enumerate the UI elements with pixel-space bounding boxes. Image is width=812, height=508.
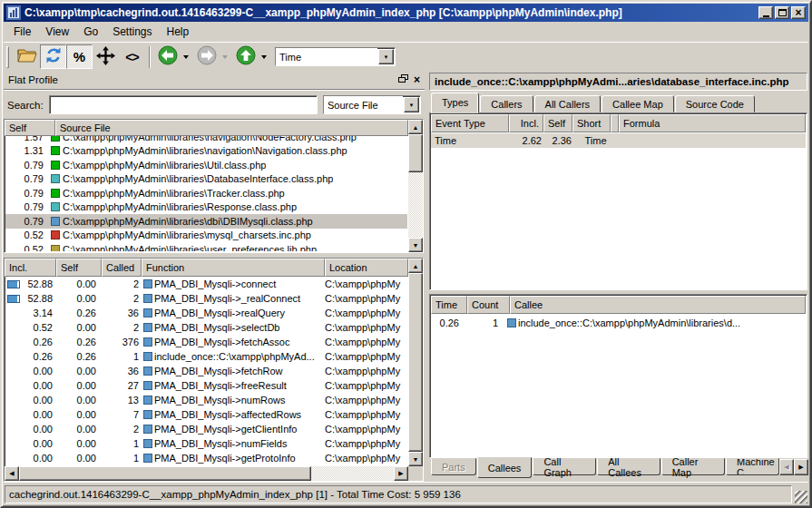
column-header-short[interactable]: Short	[572, 114, 611, 132]
scrollbar-thumb[interactable]	[408, 134, 423, 172]
tab-callers[interactable]: Callers	[480, 95, 533, 112]
scroll-right-button[interactable]: ▶	[394, 466, 408, 481]
file-row[interactable]: 0.79C:\xampp\phpMyAdmin\libraries\Util.c…	[5, 158, 407, 172]
column-header-formula[interactable]: Formula	[619, 114, 806, 132]
relative-percent-button[interactable]: %	[66, 44, 93, 69]
event-type-row[interactable]: Time 2.62 2.36 Time	[431, 133, 806, 148]
title-bar[interactable]: C:\xampp\tmp\cachegrind.out.1416463299-C…	[4, 4, 808, 22]
file-list-scrollbar[interactable]: ▲ ▼	[408, 120, 423, 252]
function-icon	[143, 294, 152, 303]
callee-row[interactable]: 0.26 1 include_once::C:\xampp\phpMyAdmin…	[430, 315, 807, 330]
tab-parts[interactable]: Parts	[431, 458, 476, 475]
forward-dropdown-button[interactable]	[220, 45, 230, 69]
scroll-up-button[interactable]: ▲	[408, 120, 423, 134]
function-table-vscrollbar[interactable]: ▲ ▼	[408, 259, 423, 466]
menu-help[interactable]: Help	[160, 24, 197, 40]
function-row[interactable]: 0.000.001PMA_DBI_Mysqli->getProtoInfoC:\…	[5, 451, 407, 465]
forward-button[interactable]	[193, 44, 220, 69]
column-header-event-type[interactable]: Event Type	[431, 114, 509, 132]
function-row[interactable]: 0.000.0036PMA_DBI_Mysqli->fetchRowC:\xam…	[5, 364, 407, 378]
column-header-self[interactable]: Self	[5, 120, 55, 136]
open-file-button[interactable]	[14, 44, 40, 69]
tab-machine-code[interactable]: Machine C	[726, 458, 779, 475]
file-row[interactable]: 0.79C:\xampp\phpMyAdmin\libraries\Respon…	[5, 200, 407, 215]
minimize-button[interactable]	[758, 6, 773, 19]
file-row-selected[interactable]: 0.79C:\xampp\phpMyAdmin\libraries\dbi\DB…	[5, 214, 407, 229]
function-icon	[143, 381, 152, 390]
combo-dropdown-button[interactable]: ▼	[404, 97, 419, 112]
function-icon	[143, 337, 152, 347]
function-row[interactable]: 0.000.0027PMA_DBI_Mysqli->freeResultC:\x…	[5, 378, 407, 393]
up-button[interactable]	[232, 44, 259, 69]
tab-caller-map[interactable]: Caller Map	[661, 458, 725, 475]
function-row[interactable]: 0.000.002PMA_DBI_Mysqli->getClientInfoC:…	[5, 422, 407, 436]
scrollbar-thumb[interactable]	[19, 466, 311, 481]
function-row[interactable]: 3.140.2636PMA_DBI_Mysqli->realQueryC:\xa…	[5, 306, 407, 320]
column-header-self[interactable]: Self	[543, 114, 572, 132]
scroll-down-button[interactable]: ▼	[408, 238, 423, 252]
combo-arrow-icon: ▼	[409, 103, 415, 108]
column-header-location[interactable]: Location	[325, 259, 408, 277]
group-by-combo[interactable]: Source File ▼	[323, 95, 421, 114]
tab-source-code[interactable]: Source Code	[675, 95, 755, 112]
file-row[interactable]: 0.79C:\xampp\phpMyAdmin\libraries\Databa…	[5, 172, 407, 187]
menu-go[interactable]: Go	[76, 24, 105, 40]
file-row[interactable]: 1.31C:\xampp\phpMyAdmin\libraries\naviga…	[5, 144, 407, 159]
menu-file[interactable]: File	[6, 24, 38, 40]
function-row[interactable]: 52.880.002PMA_DBI_Mysqli->connectC:\xamp…	[5, 277, 407, 291]
column-header-called[interactable]: Called	[102, 259, 142, 277]
column-header-time[interactable]: Time	[431, 296, 467, 314]
shorten-templates-button[interactable]: <>	[119, 44, 145, 69]
float-dock-button[interactable]	[398, 74, 408, 85]
tab-scroll-left-button[interactable]: ◀	[779, 459, 794, 475]
function-table-hscrollbar[interactable]: ◀ ▶	[5, 466, 408, 481]
function-row[interactable]: 0.260.26376PMA_DBI_Mysqli->fetchAssocC:\…	[5, 335, 407, 349]
search-input[interactable]	[49, 95, 318, 114]
file-row[interactable]: 0.52C:\xampp\phpMyAdmin\libraries\mysql_…	[5, 229, 407, 243]
function-row[interactable]: 0.000.001PMA_DBI_Mysqli->numFieldsC:\xam…	[5, 436, 407, 451]
scroll-up-button[interactable]: ▲	[408, 259, 423, 273]
column-header-incl[interactable]: Incl.	[509, 114, 543, 132]
tab-types[interactable]: Types	[431, 93, 479, 113]
function-row[interactable]: 0.520.002PMA_DBI_Mysqli->selectDbC:\xamp…	[5, 320, 407, 335]
menu-view[interactable]: View	[38, 24, 76, 40]
function-row[interactable]: 0.260.261include_once::C:\xampp\phpMyAd.…	[5, 349, 407, 364]
column-header-self[interactable]: Self	[56, 259, 102, 277]
relative-to-parent-button[interactable]	[93, 44, 119, 69]
event-type-combo[interactable]: Time ▼	[275, 47, 396, 66]
function-row[interactable]: 52.880.002PMA_DBI_Mysqli->_realConnectC:…	[5, 291, 407, 306]
function-table: Incl. Self Called Function Location 52.8…	[4, 258, 424, 482]
combo-dropdown-button[interactable]: ▼	[378, 49, 394, 64]
file-row[interactable]: 0.79C:\xampp\phpMyAdmin\libraries\Tracke…	[5, 186, 407, 200]
column-header-source-file[interactable]: Source File	[55, 120, 408, 136]
column-header-incl[interactable]: Incl.	[5, 259, 56, 277]
tab-scroll-right-button[interactable]: ▶	[794, 459, 808, 475]
file-row[interactable]: 1.57C:\xampp\phpMyAdmin\libraries\naviga…	[5, 136, 407, 144]
up-dropdown-button[interactable]	[259, 45, 269, 69]
scroll-down-button[interactable]: ▼	[408, 452, 423, 466]
function-row[interactable]: 0.000.007PMA_DBI_Mysqli->affectedRowsC:\…	[5, 407, 407, 422]
dock-title-bar[interactable]: Flat Profile ×	[4, 71, 425, 90]
scrollbar-thumb[interactable]	[408, 273, 423, 452]
back-dropdown-button[interactable]	[181, 45, 191, 69]
scroll-left-button[interactable]: ◀	[5, 466, 19, 481]
close-dock-button[interactable]: ×	[414, 75, 420, 84]
maximize-button[interactable]	[775, 6, 789, 19]
tab-callees[interactable]: Callees	[477, 457, 533, 478]
tab-callee-map[interactable]: Callee Map	[602, 95, 674, 112]
cycle-detection-button[interactable]	[40, 44, 66, 69]
toolbar-handle[interactable]	[6, 46, 9, 68]
function-row[interactable]: 0.000.0013PMA_DBI_Mysqli->numRowsC:\xamp…	[5, 393, 407, 407]
resize-grip[interactable]	[795, 491, 807, 503]
menu-settings[interactable]: Settings	[105, 24, 159, 40]
column-header-count[interactable]: Count	[467, 296, 510, 314]
file-row[interactable]: 0.52C:\xampp\phpMyAdmin\libraries\user_p…	[5, 242, 407, 251]
tab-call-graph[interactable]: Call Graph	[533, 458, 596, 475]
tab-all-callees[interactable]: All Callees	[597, 458, 660, 475]
back-button[interactable]	[154, 44, 181, 69]
column-header-function[interactable]: Function	[142, 259, 325, 277]
column-header-callee[interactable]: Callee	[510, 296, 806, 314]
detail-tab-bar: Types Callers All Callers Callee Map Sou…	[429, 92, 808, 112]
tab-all-callers[interactable]: All Callers	[534, 95, 602, 112]
close-button[interactable]: ×	[791, 6, 806, 19]
